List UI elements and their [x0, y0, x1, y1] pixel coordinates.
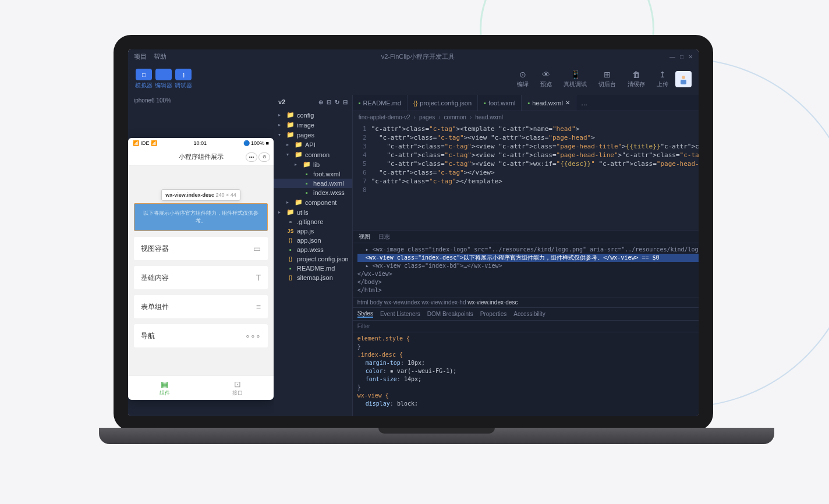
styles-subtab-Styles[interactable]: Styles [357, 310, 373, 318]
device-navbar: 小程序组件展示 ••• ⊙ [128, 148, 274, 166]
tree-node-app.json[interactable]: {}app.json [274, 236, 352, 245]
css-rules[interactable]: element.style {}.index-desc {</span>marg… [353, 332, 699, 416]
breadcrumb-segment[interactable]: pages [419, 114, 435, 120]
tree-node-config[interactable]: ▸📁config [274, 110, 352, 120]
toolbar: □模拟器编辑器⫿调试器 ⊙编译👁预览📱真机调试⊞切后台🗑清缓存↥上传 [128, 63, 699, 95]
new-folder-icon[interactable]: ⊡ [327, 99, 331, 105]
breadcrumb-segment[interactable]: common [444, 114, 466, 120]
styles-filter: Filter :hov.cls+ [353, 321, 699, 332]
styles-subtab-Accessibility[interactable]: Accessibility [513, 311, 545, 317]
window-title: v2-FinClip小程序开发工具 [173, 52, 663, 61]
toolbar-action-上传[interactable]: ↥上传 [657, 70, 668, 88]
svg-point-0 [682, 76, 685, 79]
device-statusbar: 📶 IDE 📶 10:01 🔵 100% ■ [128, 138, 274, 148]
list-item[interactable]: 视图容器▭ [134, 237, 268, 260]
menu-help[interactable]: 帮助 [154, 52, 166, 61]
tabbar-item-组件[interactable]: ▦组件 [128, 376, 201, 400]
close-icon[interactable]: ✕ [688, 54, 693, 60]
device-tabbar: ▦组件⊡接口 [128, 375, 274, 400]
avatar[interactable] [675, 71, 692, 87]
devtools-panel: 视图日志 ▸ <wx-image class="index-logo" src=… [353, 230, 699, 416]
styles-subtab-Event Listeners[interactable]: Event Listeners [380, 311, 420, 317]
tree-node-app.js[interactable]: JSapp.js [274, 226, 352, 236]
toolbar-action-清缓存[interactable]: 🗑清缓存 [628, 70, 645, 88]
ide-root: 项目 帮助 v2-FinClip小程序开发工具 — □ ✕ □模拟器编辑器⫿调试… [128, 49, 699, 416]
simulator-device-label[interactable]: iphone6 100% [128, 95, 274, 109]
breadcrumb-segment[interactable]: head.wxml [475, 114, 503, 120]
toolbar-tab-2[interactable]: ⫿调试器 [175, 69, 192, 90]
tab-overflow-icon[interactable]: … [576, 95, 592, 111]
tree-node-pages[interactable]: ▾📁pages [274, 130, 352, 140]
tree-node-index.wxss[interactable]: ▪index.wxss [274, 188, 352, 197]
tree-node-common[interactable]: ▾📁common [274, 150, 352, 159]
devtools-tab-日志[interactable]: 日志 [378, 233, 390, 241]
tree-node-README.md[interactable]: ▪README.md [274, 264, 352, 273]
minimize-icon[interactable]: — [669, 54, 675, 60]
page-title: 小程序组件展示 [179, 152, 224, 161]
capsule-close-icon[interactable]: ⊙ [258, 152, 270, 162]
dom-breadcrumb[interactable]: html body wx-view.index wx-view.index-hd… [353, 297, 699, 308]
file-tree-header: v2 ⊕ ⊡ ↻ ⊟ [274, 95, 352, 109]
code-editor[interactable]: 12345678 "c-attr">class="c-tag"><templat… [353, 123, 699, 230]
list-item[interactable]: 基础内容T [134, 266, 268, 289]
tree-node-app.wxss[interactable]: ▪app.wxss [274, 245, 352, 254]
toolbar-action-编译[interactable]: ⊙编译 [517, 70, 529, 88]
toolbar-action-切后台[interactable]: ⊞切后台 [598, 70, 616, 88]
simulator-panel: iphone6 100% 📶 IDE 📶 10:01 🔵 100% ■ 小程序组… [128, 95, 274, 416]
menubar: 项目 帮助 v2-FinClip小程序开发工具 — □ ✕ [128, 49, 699, 63]
toolbar-tab-1[interactable]: 编辑器 [155, 69, 172, 90]
tree-node-image[interactable]: ▸📁image [274, 120, 352, 130]
list-item[interactable]: 导航∘∘∘ [134, 324, 268, 347]
devtools-tab-视图[interactable]: 视图 [359, 233, 370, 241]
tree-node-foot.wxml[interactable]: ▪foot.wxml [274, 169, 352, 179]
breadcrumb: fino-applet-demo-v2›pages›common›head.wx… [353, 111, 699, 123]
tree-node-component[interactable]: ▸📁component [274, 197, 352, 207]
highlighted-element[interactable]: 以下将展示小程序官方组件能力，组件样式仅供参考。 [134, 203, 268, 231]
tree-node-API[interactable]: ▸📁API [274, 140, 352, 150]
editor-tab-foot.wxml[interactable]: ▪foot.wxml [478, 95, 522, 111]
tree-node-head.wxml[interactable]: ▪head.wxml [274, 179, 352, 188]
tree-node-utils[interactable]: ▸📁utils [274, 207, 352, 217]
breadcrumb-segment[interactable]: fino-applet-demo-v2 [359, 114, 410, 120]
simulator-device: 📶 IDE 📶 10:01 🔵 100% ■ 小程序组件展示 ••• ⊙ [128, 138, 274, 400]
list-item[interactable]: 表单组件≡ [134, 295, 268, 318]
tab-close-icon[interactable]: ✕ [565, 100, 570, 106]
file-tree-panel: v2 ⊕ ⊡ ↻ ⊟ ▸📁config▸📁image▾📁pages▸📁API▾📁… [274, 95, 353, 416]
dom-tree[interactable]: ▸ <wx-image class="index-logo" src="../r… [353, 243, 699, 297]
capsule-menu-icon[interactable]: ••• [246, 152, 257, 162]
laptop-frame: 项目 帮助 v2-FinClip小程序开发工具 — □ ✕ □模拟器编辑器⫿调试… [99, 35, 728, 454]
menu-project[interactable]: 项目 [134, 52, 147, 61]
filter-input[interactable]: Filter [357, 323, 370, 329]
collapse-icon[interactable]: ⊟ [343, 99, 348, 105]
toolbar-tab-0[interactable]: □模拟器 [135, 69, 153, 90]
editor-tab-project.config.json[interactable]: {}project.config.json [408, 95, 478, 111]
refresh-icon[interactable]: ↻ [335, 99, 339, 105]
svg-rect-1 [681, 80, 686, 84]
tree-node-.gitignore[interactable]: ▫.gitignore [274, 217, 352, 226]
styles-subtab-Properties[interactable]: Properties [480, 311, 507, 317]
editor-tabs: ▪README.md{}project.config.json▪foot.wxm… [353, 95, 699, 111]
tree-node-sitemap.json[interactable]: {}sitemap.json [274, 273, 352, 282]
editor-tab-head.wxml[interactable]: ▪head.wxml✕ [522, 95, 576, 111]
maximize-icon[interactable]: □ [680, 54, 683, 60]
tree-node-lib[interactable]: ▸📁lib [274, 159, 352, 169]
tabbar-item-接口[interactable]: ⊡接口 [201, 376, 274, 400]
tree-node-project.config.json[interactable]: {}project.config.json [274, 254, 352, 264]
window-controls: — □ ✕ [669, 54, 693, 60]
toolbar-action-真机调试[interactable]: 📱真机调试 [564, 70, 587, 88]
inspector-tooltip: wx-view.index-desc 240 × 44 [161, 189, 240, 201]
styles-subtab-DOM Breakpoints[interactable]: DOM Breakpoints [427, 311, 473, 317]
toolbar-action-预览[interactable]: 👁预览 [540, 70, 552, 88]
editor-tab-README.md[interactable]: ▪README.md [353, 95, 408, 111]
new-file-icon[interactable]: ⊕ [318, 99, 323, 105]
editor-panel: ▪README.md{}project.config.json▪foot.wxm… [353, 95, 699, 416]
